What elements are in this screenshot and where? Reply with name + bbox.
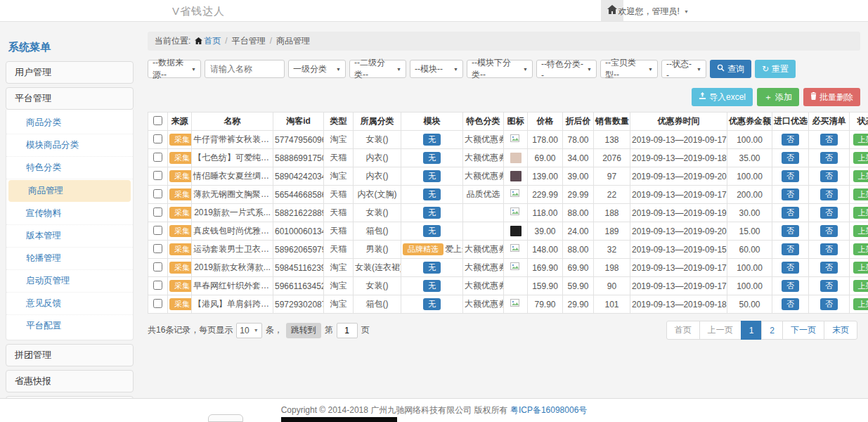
first-page-button[interactable]: 首页 (666, 321, 700, 340)
mustbuy-toggle-badge[interactable]: 否 (820, 280, 838, 292)
search-icon (717, 64, 725, 74)
item-type-select[interactable]: --宝贝类型--▼ (600, 60, 658, 78)
row-checkbox[interactable] (153, 153, 162, 162)
import-toggle-badge[interactable]: 否 (782, 152, 799, 164)
jump-page-input[interactable] (337, 323, 358, 338)
mustbuy-toggle-badge[interactable]: 否 (820, 262, 838, 274)
import-toggle-badge[interactable]: 否 (782, 170, 799, 182)
coupon-amount: 200.00 (727, 186, 772, 204)
mustbuy-toggle-badge[interactable]: 否 (820, 188, 838, 200)
footer: Copyright © 2014-2018 广州九驰网络科技有限公司 版权所有 … (0, 398, 868, 422)
status-badge[interactable]: 上架 (853, 152, 868, 164)
row-checkbox[interactable] (153, 134, 162, 143)
mustbuy-toggle-badge[interactable]: 否 (820, 152, 838, 164)
import-toggle-badge[interactable]: 否 (782, 225, 799, 237)
status-badge[interactable]: 上架 (853, 170, 868, 182)
sidebar-item-splash-mgmt[interactable]: 启动页管理 (6, 270, 133, 293)
import-toggle-badge[interactable]: 否 (782, 280, 799, 292)
status-badge[interactable]: 上架 (853, 225, 868, 237)
mustbuy-toggle-badge[interactable]: 否 (820, 298, 838, 310)
status-badge[interactable]: 上架 (853, 298, 868, 310)
row-checkbox[interactable] (153, 299, 162, 308)
mustbuy-toggle-badge[interactable]: 否 (820, 134, 838, 146)
status-badge[interactable]: 上架 (853, 188, 868, 200)
add-button[interactable]: ＋添加 (757, 88, 799, 106)
row-checkbox[interactable] (153, 171, 162, 180)
sidebar-item-product-category[interactable]: 商品分类 (6, 112, 133, 134)
import-toggle-badge[interactable]: 否 (782, 188, 799, 200)
status-badge[interactable]: 上架 (853, 207, 868, 219)
per-page-select[interactable]: 10▼ (236, 323, 261, 338)
module-subcategory-select[interactable]: --模块下分类--▼ (467, 60, 533, 78)
sales-count: 189 (594, 222, 630, 241)
taoke-id: 588216228899 (273, 204, 324, 222)
page-1-button[interactable]: 1 (741, 321, 763, 340)
search-button[interactable]: 查询 (710, 60, 751, 78)
feature-category-select[interactable]: --特色分类--▼ (536, 60, 597, 78)
price: 69.00 (528, 149, 563, 167)
row-checkbox[interactable] (153, 226, 162, 235)
sidebar-item-feedback[interactable]: 意见反馈 (6, 293, 133, 315)
jump-button[interactable]: 跳转到 (286, 323, 321, 338)
discount-price: 88.00 (563, 204, 594, 222)
col-coupon-amount: 优惠券金额 (727, 113, 772, 131)
page-2-button[interactable]: 2 (761, 321, 783, 340)
module-select[interactable]: --模块--▼ (410, 60, 463, 78)
import-toggle-badge[interactable]: 否 (782, 262, 799, 274)
sidebar-item-carousel-mgmt[interactable]: 轮播管理 (6, 248, 133, 270)
batch-delete-button[interactable]: 批量删除 (803, 88, 860, 106)
name-search-input[interactable] (205, 60, 285, 78)
row-checkbox[interactable] (153, 262, 162, 271)
table-row: 采集 真皮钱包时尚优雅女士... 601000601341 天猫 箱包() 无 … (148, 222, 868, 241)
data-source-select[interactable]: --数据来源--▼ (148, 60, 201, 78)
sidebar-item-module-product-category[interactable]: 模块商品分类 (6, 134, 133, 157)
sales-count: 2076 (594, 149, 630, 167)
row-checkbox[interactable] (153, 207, 162, 217)
import-toggle-badge[interactable]: 否 (782, 243, 799, 255)
level1-category-select[interactable]: 一级分类▼ (288, 60, 346, 78)
icp-link[interactable]: 粤ICP备16098006号 (510, 404, 587, 416)
sidebar-item-saving-news[interactable]: 省惠快报 (6, 370, 134, 392)
sidebar-item-platform-config[interactable]: 平台配置 (6, 315, 133, 337)
sidebar-item-user-mgmt[interactable]: 用户管理 (6, 61, 134, 84)
import-toggle-badge[interactable]: 否 (782, 134, 799, 146)
status-badge[interactable]: 上架 (853, 262, 868, 274)
row-checkbox[interactable] (153, 281, 162, 290)
feature-category (463, 204, 504, 222)
mustbuy-toggle-badge[interactable]: 否 (820, 243, 838, 255)
sidebar-item-promo-material[interactable]: 宣传物料 (6, 203, 133, 225)
sidebar-item-group-buy-mgmt[interactable]: 拼团管理 (6, 344, 134, 366)
mustbuy-toggle-badge[interactable]: 否 (820, 225, 838, 237)
reset-button[interactable]: ↻重置 (755, 60, 796, 78)
feature-category: 大额优惠券 (463, 131, 504, 149)
level2-category-select[interactable]: --二级分类--▼ (349, 60, 406, 78)
sidebar-item-version-mgmt[interactable]: 版本管理 (6, 225, 133, 248)
col-taoke-id: 淘客id (273, 113, 324, 131)
import-excel-button[interactable]: 导入excel (692, 88, 753, 106)
status-select[interactable]: --状态--▼ (661, 60, 706, 78)
import-toggle-badge[interactable]: 否 (782, 207, 799, 219)
select-all-checkbox[interactable] (153, 116, 162, 125)
sidebar-item-product-mgmt[interactable]: 商品管理 (8, 180, 131, 202)
prev-page-button[interactable]: 上一页 (699, 321, 741, 340)
status-badge[interactable]: 上架 (853, 243, 868, 255)
mustbuy-toggle-badge[interactable]: 否 (820, 207, 838, 219)
breadcrumb-home-link[interactable]: 首页 (204, 36, 221, 46)
discount-price: 39.00 (563, 167, 594, 186)
last-page-button[interactable]: 末页 (824, 321, 857, 340)
row-checkbox[interactable] (153, 244, 162, 253)
mustbuy-toggle-badge[interactable]: 否 (820, 170, 838, 182)
sidebar-item-feature-category[interactable]: 特色分类 (6, 157, 133, 179)
user-menu[interactable]: 欢迎您，管理员! ▼ (618, 6, 689, 18)
source-badge: 采集 (169, 298, 192, 310)
status-badge[interactable]: 上架 (853, 280, 868, 292)
import-toggle-badge[interactable]: 否 (782, 298, 799, 310)
next-page-button[interactable]: 下一页 (782, 321, 824, 340)
row-checkbox[interactable] (153, 189, 162, 198)
top-header: V省钱达人 欢迎您，管理员! ▼ (0, 0, 868, 22)
discount-price: 29.99 (563, 186, 594, 204)
sidebar-item-platform-mgmt[interactable]: 平台管理 (6, 87, 134, 110)
taoke-id: 598451162391 (273, 259, 324, 277)
breadcrumb-item-current: 商品管理 (276, 36, 310, 46)
status-badge[interactable]: 上架 (853, 134, 868, 146)
